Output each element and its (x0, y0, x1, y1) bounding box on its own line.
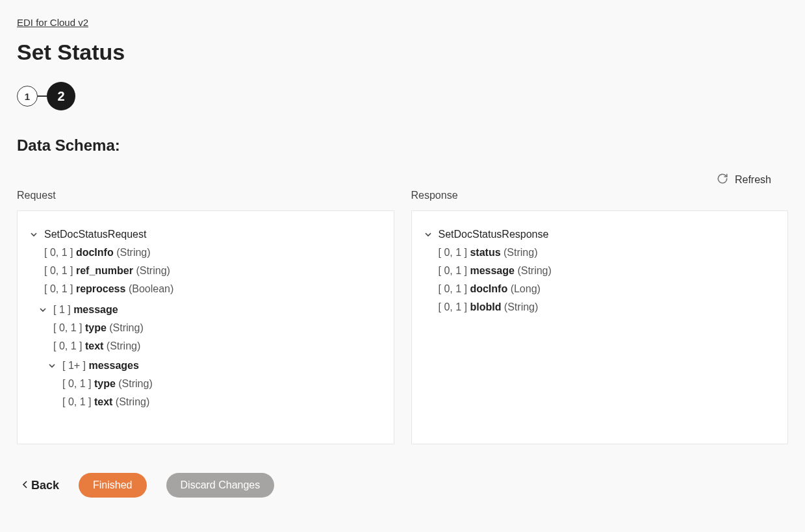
chevron-left-icon (22, 479, 29, 492)
request-card: SetDocStatusRequest [ 0, 1 ] docInfo (St… (17, 210, 394, 444)
tree-field: [ 0, 1 ] message (String) (424, 262, 776, 280)
refresh-label: Refresh (735, 174, 771, 186)
breadcrumb[interactable]: EDI for Cloud v2 (17, 17, 88, 28)
back-button[interactable]: Back (22, 479, 59, 492)
discard-changes-button[interactable]: Discard Changes (166, 473, 275, 498)
chevron-down-icon (38, 306, 47, 314)
chevron-down-icon (29, 231, 38, 238)
tree-group-message[interactable]: [ 1 ] message (29, 301, 382, 319)
tree-field: [ 0, 1 ] docInfo (String) (29, 244, 382, 262)
response-column: Response SetDocStatusResponse [ 0, 1 ] s… (411, 190, 789, 444)
response-header: Response (411, 190, 789, 201)
tree-group-messages[interactable]: [ 1+ ] messages (29, 357, 382, 375)
refresh-button[interactable]: Refresh (717, 173, 771, 187)
tree-field: [ 0, 1 ] blobId (String) (424, 298, 776, 316)
back-label: Back (31, 479, 59, 492)
step-2[interactable]: 2 (47, 82, 75, 110)
tree-field: [ 0, 1 ] text (String) (29, 393, 382, 411)
tree-field: [ 0, 1 ] text (String) (29, 337, 382, 355)
section-title: Data Schema: (17, 136, 788, 155)
tree-field: [ 0, 1 ] reprocess (Boolean) (29, 280, 382, 298)
step-connector (38, 95, 47, 97)
request-column: Request SetDocStatusRequest [ 0, 1 ] doc… (17, 190, 394, 444)
page-title: Set Status (17, 40, 788, 65)
tree-field: [ 0, 1 ] status (String) (424, 244, 776, 262)
response-root[interactable]: SetDocStatusResponse (424, 225, 776, 244)
chevron-down-icon (424, 231, 433, 238)
step-1[interactable]: 1 (17, 86, 38, 107)
finished-button[interactable]: Finished (79, 473, 146, 498)
root-label: SetDocStatusRequest (44, 229, 146, 240)
stepper: 1 2 (17, 82, 788, 110)
tree-field: [ 0, 1 ] type (String) (29, 375, 382, 393)
tree-field: [ 0, 1 ] docInfo (Long) (424, 280, 776, 298)
footer: Back Finished Discard Changes (17, 473, 788, 498)
request-root[interactable]: SetDocStatusRequest (29, 225, 382, 244)
request-header: Request (17, 190, 394, 201)
root-label: SetDocStatusResponse (439, 229, 549, 240)
response-card: SetDocStatusResponse [ 0, 1 ] status (St… (411, 210, 789, 444)
refresh-icon (717, 173, 728, 187)
chevron-down-icon (47, 362, 57, 370)
tree-field: [ 0, 1 ] ref_number (String) (29, 262, 382, 280)
tree-field: [ 0, 1 ] type (String) (29, 319, 382, 337)
